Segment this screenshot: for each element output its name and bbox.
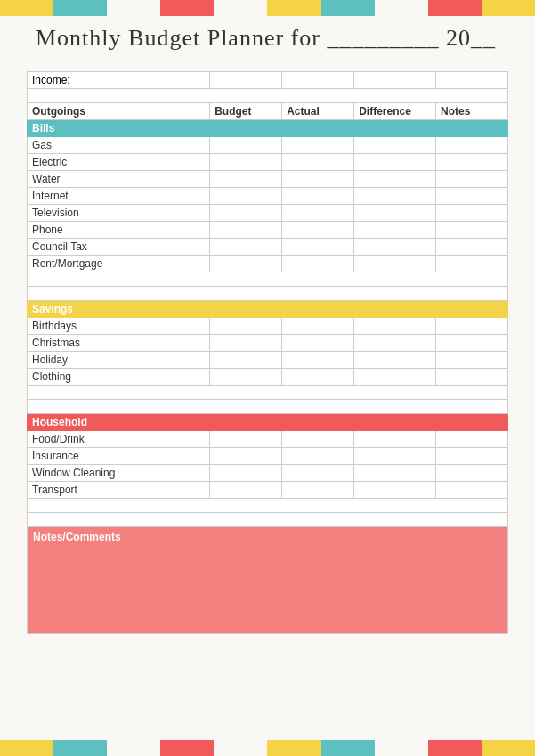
top-bar-seg-7	[321, 0, 375, 16]
clothing-label: Clothing	[28, 369, 210, 386]
row-television: Television	[28, 205, 508, 222]
rent-mortgage-actual[interactable]	[282, 256, 354, 272]
water-actual[interactable]	[282, 171, 354, 188]
bottom-bar-seg-3	[107, 740, 160, 756]
television-notes[interactable]	[435, 205, 507, 222]
electric-diff[interactable]	[354, 154, 436, 171]
category-bills: Bills	[28, 120, 508, 137]
christmas-diff[interactable]	[354, 335, 436, 352]
insurance-actual[interactable]	[282, 448, 354, 465]
row-food-drink: Food/Drink	[28, 431, 508, 448]
income-budget[interactable]	[210, 72, 282, 89]
insurance-diff[interactable]	[354, 448, 436, 465]
electric-budget[interactable]	[210, 154, 282, 171]
food-drink-budget[interactable]	[210, 431, 282, 448]
holiday-budget[interactable]	[210, 352, 282, 369]
insurance-notes[interactable]	[435, 448, 507, 465]
bottom-decorative-bar	[0, 740, 535, 756]
row-transport: Transport	[28, 482, 508, 499]
spacer-row-6	[28, 499, 508, 513]
income-diff[interactable]	[354, 72, 436, 89]
food-drink-actual[interactable]	[282, 431, 354, 448]
page: Monthly Budget Planner for _________ 20_…	[0, 0, 535, 756]
gas-budget[interactable]	[210, 137, 282, 154]
water-budget[interactable]	[210, 171, 282, 188]
christmas-actual[interactable]	[282, 335, 354, 352]
top-bar-seg-8	[375, 0, 428, 16]
council-tax-actual[interactable]	[282, 239, 354, 256]
clothing-notes[interactable]	[435, 369, 507, 386]
spacer-row-2	[28, 272, 508, 287]
income-label: Income:	[28, 72, 210, 89]
rent-mortgage-diff[interactable]	[354, 256, 436, 272]
television-diff[interactable]	[354, 205, 436, 222]
window-cleaning-diff[interactable]	[354, 465, 436, 482]
birthdays-notes[interactable]	[435, 318, 507, 335]
birthdays-actual[interactable]	[282, 318, 354, 335]
television-budget[interactable]	[210, 205, 282, 222]
notes-section-label: Notes/Comments	[28, 527, 507, 547]
electric-actual[interactable]	[282, 154, 354, 171]
transport-notes[interactable]	[435, 482, 507, 499]
birthdays-budget[interactable]	[210, 318, 282, 335]
internet-notes[interactable]	[435, 188, 507, 205]
food-drink-diff[interactable]	[354, 431, 436, 448]
row-birthdays: Birthdays	[28, 318, 508, 335]
electric-notes[interactable]	[435, 154, 507, 171]
page-title: Monthly Budget Planner for _________ 20_…	[36, 25, 499, 52]
gas-notes[interactable]	[435, 137, 507, 154]
bottom-bar-seg-8	[375, 740, 428, 756]
row-internet: Internet	[28, 188, 508, 205]
transport-diff[interactable]	[354, 482, 436, 499]
rent-mortgage-budget[interactable]	[210, 256, 282, 272]
clothing-budget[interactable]	[210, 369, 282, 386]
top-bar-seg-10	[482, 0, 535, 16]
christmas-notes[interactable]	[435, 335, 507, 352]
phone-actual[interactable]	[282, 222, 354, 239]
gas-actual[interactable]	[282, 137, 354, 154]
phone-notes[interactable]	[435, 222, 507, 239]
spacer-row-4	[28, 386, 508, 400]
col-header-actual: Actual	[282, 103, 354, 120]
household-label: Household	[28, 414, 508, 431]
window-cleaning-actual[interactable]	[282, 465, 354, 482]
holiday-notes[interactable]	[435, 352, 507, 369]
transport-label: Transport	[28, 482, 210, 499]
internet-diff[interactable]	[354, 188, 436, 205]
internet-budget[interactable]	[210, 188, 282, 205]
holiday-actual[interactable]	[282, 352, 354, 369]
window-cleaning-budget[interactable]	[210, 465, 282, 482]
income-notes[interactable]	[435, 72, 507, 89]
council-tax-budget[interactable]	[210, 239, 282, 256]
clothing-diff[interactable]	[354, 369, 436, 386]
water-diff[interactable]	[354, 171, 436, 188]
birthdays-diff[interactable]	[354, 318, 436, 335]
food-drink-notes[interactable]	[435, 431, 507, 448]
holiday-diff[interactable]	[354, 352, 436, 369]
top-bar-seg-6	[267, 0, 320, 16]
rent-mortgage-notes[interactable]	[435, 256, 507, 272]
income-actual[interactable]	[282, 72, 354, 89]
clothing-actual[interactable]	[282, 369, 354, 386]
phone-budget[interactable]	[210, 222, 282, 239]
budget-table: Income: Outgoings Budget Actual Differen…	[27, 71, 508, 634]
insurance-budget[interactable]	[210, 448, 282, 465]
gas-diff[interactable]	[354, 137, 436, 154]
phone-diff[interactable]	[354, 222, 436, 239]
television-label: Television	[28, 205, 210, 222]
row-electric: Electric	[28, 154, 508, 171]
water-notes[interactable]	[435, 171, 507, 188]
notes-content-area[interactable]	[28, 547, 507, 631]
electric-label: Electric	[28, 154, 210, 171]
internet-actual[interactable]	[282, 188, 354, 205]
bottom-bar-seg-10	[482, 740, 535, 756]
window-cleaning-notes[interactable]	[435, 465, 507, 482]
television-actual[interactable]	[282, 205, 354, 222]
council-tax-diff[interactable]	[354, 239, 436, 256]
top-bar-seg-1	[0, 0, 53, 16]
transport-actual[interactable]	[282, 482, 354, 499]
transport-budget[interactable]	[210, 482, 282, 499]
christmas-budget[interactable]	[210, 335, 282, 352]
row-clothing: Clothing	[28, 369, 508, 386]
council-tax-notes[interactable]	[435, 239, 507, 256]
